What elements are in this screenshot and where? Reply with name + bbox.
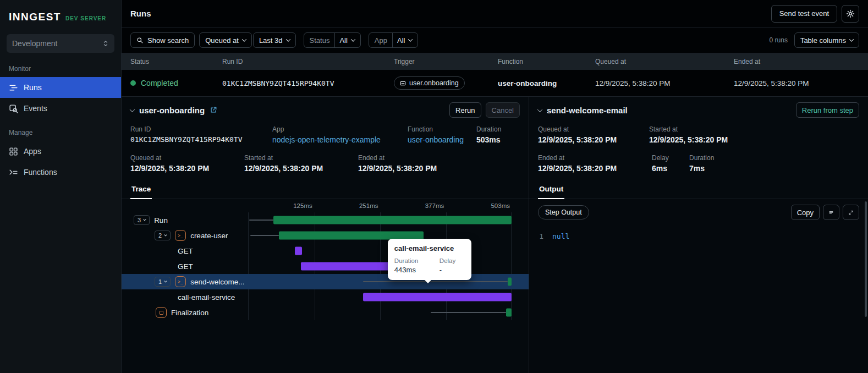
step-queued-at-label: Queued at (538, 125, 649, 133)
status-filter-dropdown[interactable]: Status All (304, 32, 361, 48)
collapse-count-badge[interactable]: 3 (134, 215, 150, 225)
ended-at-label: Ended at (358, 154, 520, 162)
sidebar-item-functions[interactable]: Functions (0, 162, 121, 183)
trace-row-label: send-welcome... (190, 278, 244, 286)
chevron-down-icon (242, 37, 246, 41)
scrollbar[interactable] (865, 201, 867, 317)
collapse-count-badge[interactable]: 1 (155, 277, 171, 287)
column-header-run-id[interactable]: Run ID (222, 58, 394, 65)
tooltip-duration-value: 443ms (394, 266, 440, 274)
output-code[interactable]: 1 null (529, 224, 868, 249)
step-ended-at-value: 12/9/2025, 5:38:20 PM (538, 164, 652, 173)
status-filter-value: All (339, 36, 347, 45)
queued-at-label: Queued at (205, 36, 239, 45)
trace-row-finalization[interactable]: Finalization (122, 305, 529, 320)
step-delay-label: Delay (652, 154, 689, 162)
search-icon (136, 37, 144, 44)
sidebar-item-apps[interactable]: Apps (0, 141, 121, 162)
time-range-dropdown[interactable]: Last 3d (253, 32, 296, 48)
queued-at-dropdown[interactable]: Queued at (199, 32, 252, 48)
sidebar-item-label: Apps (24, 147, 41, 156)
trace-row-bars (248, 289, 512, 305)
trigger-label: user.onboarding (409, 79, 459, 87)
send-test-event-button[interactable]: Send test event (771, 5, 837, 23)
expand-button[interactable] (843, 205, 859, 220)
trace-row-label: Run (154, 216, 168, 224)
page-title: Runs (130, 9, 151, 18)
app-filter-dropdown[interactable]: App All (369, 32, 419, 48)
table-columns-dropdown[interactable]: Table columns (794, 32, 859, 48)
table-columns-label: Table columns (800, 36, 846, 45)
trace-row-bars (248, 212, 512, 228)
run-detail-area: user-onboarding Rerun Cancel Run ID 01KC… (122, 96, 868, 373)
sidebar-item-events[interactable]: Events (0, 98, 121, 119)
run-title: user-onboarding (139, 106, 205, 115)
top-bar: Runs Send test event (122, 0, 868, 28)
step-delay-value: 6ms (652, 164, 689, 173)
status-filter-label: Status (310, 36, 330, 45)
step-icon: >_ (175, 276, 186, 287)
axis-tick: 125ms (293, 202, 312, 209)
function-link[interactable]: user-onboarding (408, 135, 464, 144)
column-header-trigger[interactable]: Trigger (394, 58, 498, 65)
column-header-ended-at[interactable]: Ended at (734, 58, 868, 65)
step-started-at-label: Started at (649, 125, 859, 133)
column-header-status[interactable]: Status (130, 58, 222, 65)
trace-row-call-email-service[interactable]: call-email-service (122, 289, 529, 305)
manage-section-label: Manage (0, 119, 121, 141)
settings-button[interactable] (842, 5, 859, 23)
runs-table-header: Status Run ID Trigger Function Queued at… (122, 53, 868, 70)
cancel-button[interactable]: Cancel (486, 102, 520, 118)
show-search-button[interactable]: Show search (130, 32, 195, 48)
chevron-down-icon (285, 37, 290, 41)
tooltip-duration-label: Duration (394, 257, 440, 264)
monitor-section-label: Monitor (0, 55, 121, 77)
word-wrap-button[interactable] (823, 205, 839, 220)
sidebar: INNGEST DEV SERVER Development Monitor R… (0, 0, 122, 373)
trigger-badge[interactable]: user.onboarding (394, 76, 465, 90)
trace-row-bars (248, 243, 512, 259)
function-cell: user-onboarding (498, 79, 595, 87)
app-filter-value: All (397, 36, 405, 45)
dev-server-badge: DEV SERVER (65, 15, 106, 21)
tab-trace[interactable]: Trace (130, 180, 152, 199)
trace-row-bars (248, 228, 512, 243)
events-icon (9, 104, 18, 113)
rerun-from-step-button[interactable]: Rerun from step (796, 102, 859, 118)
chevron-down-icon (351, 37, 355, 41)
collapse-count-badge[interactable]: 2 (155, 231, 171, 240)
trace-row-label: Finalization (171, 309, 208, 317)
time-filter-group: Queued at Last 3d (199, 32, 295, 48)
step-duration-value: 7ms (689, 164, 859, 173)
runs-count: 0 runs (770, 36, 788, 44)
collapse-chevron-icon[interactable] (130, 107, 135, 112)
rerun-button[interactable]: Rerun (449, 102, 481, 118)
column-header-function[interactable]: Function (498, 58, 595, 65)
tab-output[interactable]: Output (538, 180, 564, 199)
step-ended-at-label: Ended at (538, 154, 652, 162)
collapse-chevron-icon[interactable] (537, 107, 543, 112)
trace-time-axis: 125ms 251ms 377ms 503ms (248, 199, 512, 212)
axis-tick: 377ms (425, 202, 444, 209)
ended-at-cell: 12/9/2025, 5:38:20 PM (734, 79, 868, 87)
sidebar-item-label: Runs (24, 83, 42, 92)
copy-button[interactable]: Copy (791, 205, 820, 220)
step-title: send-welcome-email (547, 106, 628, 115)
divider (334, 33, 335, 47)
started-at-value: 12/9/2025, 5:38:20 PM (244, 164, 358, 173)
app-link[interactable]: nodejs-open-telemetry-example (272, 135, 381, 144)
environment-select[interactable]: Development (7, 34, 114, 53)
table-row[interactable]: Completed 01KC1ZMSBNY9ZQT415RP94K0TV use… (122, 70, 868, 96)
sidebar-item-runs[interactable]: Runs (0, 77, 121, 98)
trace-row-bars (248, 274, 512, 289)
app-label: App (272, 125, 408, 133)
started-at-label: Started at (244, 154, 358, 162)
status-dot (130, 80, 136, 86)
external-link-icon[interactable] (210, 106, 217, 114)
duration-value: 503ms (476, 135, 520, 144)
column-header-queued-at[interactable]: Queued at (595, 58, 734, 65)
trace-row-run[interactable]: 3 Run (122, 212, 529, 228)
trace-row-label: call-email-service (178, 293, 235, 301)
trace-row-label: create-user (190, 232, 228, 240)
run-id-value: 01KC1ZMSBNY9ZQT415RP94K0TV (130, 135, 272, 144)
